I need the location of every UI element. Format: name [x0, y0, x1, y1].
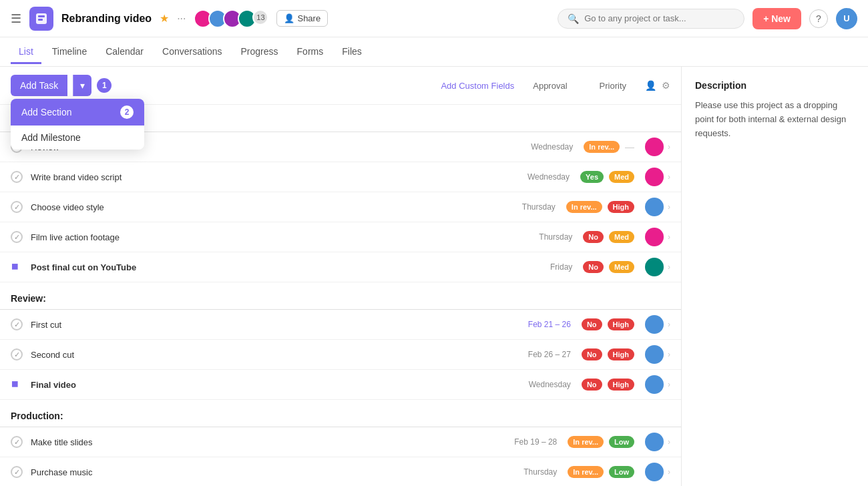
- milestone-diamond-icon: ◆: [8, 258, 25, 276]
- task-date: Friday: [512, 262, 572, 272]
- avatar: [645, 258, 664, 276]
- table-row[interactable]: ✓ Make title slides Feb 19 – 28 In rev..…: [0, 427, 681, 457]
- chevron-right-icon[interactable]: ›: [668, 202, 670, 212]
- chevron-right-icon[interactable]: ›: [668, 172, 670, 182]
- chevron-right-icon[interactable]: ›: [668, 232, 670, 242]
- add-section-item[interactable]: Add Section 2: [11, 99, 144, 126]
- table-row[interactable]: ✓ Choose video style Thursday In rev... …: [0, 192, 681, 222]
- approval-badge: In rev...: [566, 201, 602, 213]
- priority-badge: Med: [609, 231, 634, 243]
- share-button[interactable]: 👤 Share: [276, 10, 328, 27]
- chevron-right-icon[interactable]: ›: [668, 467, 670, 477]
- panel-description: Please use this project as a dropping po…: [695, 99, 855, 140]
- tab-timeline[interactable]: Timeline: [44, 41, 95, 64]
- tab-progress[interactable]: Progress: [233, 41, 286, 64]
- task-area: Add Task ▾ 1 Add Section 2 Add Milestone…: [0, 67, 681, 486]
- assignee-icon[interactable]: 👤: [645, 80, 656, 91]
- more-icon[interactable]: ···: [177, 13, 186, 25]
- tab-list[interactable]: List: [11, 41, 41, 64]
- priority-badge: High: [608, 201, 634, 213]
- avatar-count: 13: [252, 9, 268, 25]
- table-row[interactable]: ✓ Purchase music Thursday In rev... Low …: [0, 457, 681, 486]
- col-priority-header: Priority: [586, 81, 640, 91]
- task-name: Final video: [31, 380, 511, 390]
- user-avatar[interactable]: U: [836, 8, 857, 29]
- table-row[interactable]: ◆ Final video Wednesday No High ›: [0, 370, 681, 400]
- table-row[interactable]: ✓ Write brand video script Wednesday Yes…: [0, 162, 681, 192]
- task-check[interactable]: ✓: [11, 466, 23, 478]
- add-task-button[interactable]: Add Task: [11, 75, 67, 96]
- task-date: Thursday: [512, 232, 572, 242]
- chevron-right-icon[interactable]: ›: [668, 437, 670, 447]
- avatar-group: 13: [194, 9, 268, 28]
- approval-badge: In rev...: [568, 466, 604, 478]
- table-row[interactable]: ◆ Post final cut on YouTube Friday No Me…: [0, 252, 681, 282]
- priority-dash: —: [625, 142, 634, 152]
- priority-badge: High: [608, 318, 634, 330]
- col-approval-header: Approval: [519, 81, 580, 91]
- approval-badge: In rev...: [568, 436, 604, 448]
- right-panel: Description Please use this project as a…: [681, 67, 868, 486]
- section-production: Production:: [0, 400, 681, 427]
- task-check[interactable]: ✓: [11, 171, 23, 183]
- task-check[interactable]: ✓: [11, 318, 23, 330]
- add-milestone-item[interactable]: Add Milestone: [11, 126, 144, 150]
- toolbar: Add Task ▾ 1 Add Section 2 Add Milestone…: [0, 67, 681, 105]
- chevron-right-icon[interactable]: ›: [668, 320, 670, 329]
- priority-badge: Low: [609, 436, 634, 448]
- priority-badge: Med: [609, 171, 634, 183]
- star-icon[interactable]: ★: [160, 12, 169, 25]
- approval-badge: Yes: [580, 171, 604, 183]
- sub-nav: List Timeline Calendar Conversations Pro…: [0, 37, 868, 67]
- add-dropdown-menu: Add Section 2 Add Milestone: [11, 99, 144, 150]
- search-input[interactable]: [584, 13, 734, 23]
- search-bar[interactable]: 🔍: [558, 9, 744, 29]
- task-date: Wednesday: [509, 172, 570, 182]
- task-check[interactable]: ✓: [11, 201, 23, 213]
- project-title: Rebranding video: [61, 13, 152, 25]
- tab-forms[interactable]: Forms: [289, 41, 332, 64]
- tab-files[interactable]: Files: [334, 41, 370, 64]
- task-name: Film live action footage: [31, 232, 512, 242]
- task-check[interactable]: ✓: [11, 231, 23, 243]
- table-row[interactable]: ✓ First cut Feb 21 – 26 No High ›: [0, 310, 681, 340]
- chevron-right-icon[interactable]: ›: [668, 380, 670, 389]
- chevron-right-icon[interactable]: ›: [668, 142, 670, 152]
- table-row[interactable]: ✓ Film live action footage Thursday No M…: [0, 222, 681, 252]
- avatar: [645, 138, 664, 156]
- approval-badge: No: [582, 379, 602, 391]
- task-check[interactable]: ✓: [11, 348, 23, 360]
- avatar: [645, 228, 664, 246]
- section-review: Review:: [0, 282, 681, 310]
- options-icon[interactable]: ⚙: [662, 80, 670, 91]
- priority-badge: Med: [609, 261, 634, 273]
- chevron-right-icon[interactable]: ›: [668, 350, 670, 359]
- task-date: Feb 21 – 26: [511, 320, 571, 329]
- avatar: [645, 463, 664, 481]
- menu-icon[interactable]: ☰: [11, 11, 21, 26]
- avatar: [645, 315, 664, 334]
- priority-badge: High: [608, 348, 634, 360]
- avatar: [645, 433, 664, 451]
- task-date: Wednesday: [513, 142, 573, 152]
- task-count-badge: 1: [97, 78, 112, 93]
- avatar: [645, 375, 664, 394]
- tab-calendar[interactable]: Calendar: [97, 41, 152, 64]
- approval-badge: No: [582, 318, 602, 330]
- new-button[interactable]: + New: [752, 8, 801, 29]
- table-row[interactable]: ✓ Second cut Feb 26 – 27 No High ›: [0, 340, 681, 370]
- task-name: Write brand video script: [31, 172, 509, 182]
- avatar: [645, 198, 664, 216]
- tab-conversations[interactable]: Conversations: [154, 41, 230, 64]
- priority-badge: Low: [609, 466, 634, 478]
- add-task-dropdown-button[interactable]: ▾: [73, 75, 91, 96]
- task-date: Thursday: [495, 202, 556, 212]
- chevron-right-icon[interactable]: ›: [668, 262, 670, 272]
- help-button[interactable]: ?: [809, 9, 828, 28]
- task-date: Wednesday: [511, 380, 571, 389]
- task-name: First cut: [31, 320, 511, 330]
- priority-badge: High: [608, 379, 634, 391]
- milestone-diamond-icon: ◆: [8, 376, 25, 393]
- add-custom-fields-link[interactable]: Add Custom Fields: [441, 81, 514, 91]
- task-check[interactable]: ✓: [11, 436, 23, 448]
